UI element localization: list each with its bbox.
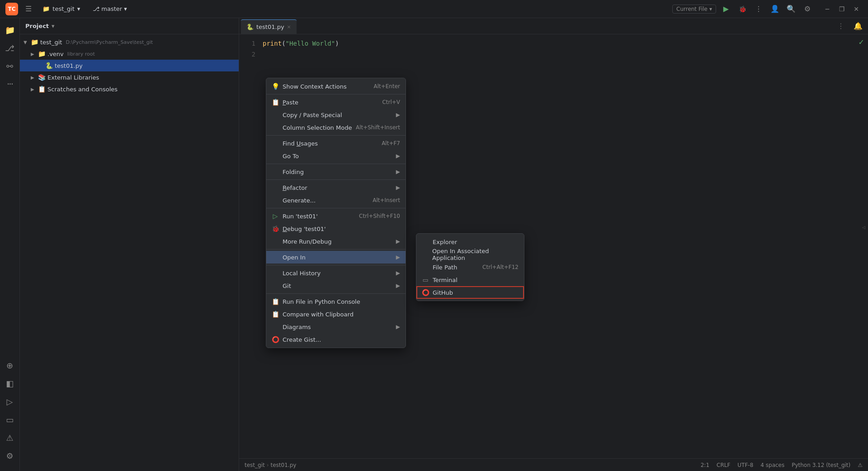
cm-generate[interactable]: Generate... Alt+Insert: [266, 194, 406, 207]
scroll-indicator: ◁: [862, 225, 865, 230]
separator-4: [266, 179, 406, 180]
cm-create-gist[interactable]: ⭕ Create Gist...: [266, 333, 406, 346]
folder-icon: 📁: [31, 38, 38, 46]
breadcrumb-file[interactable]: test01.py: [271, 462, 297, 468]
sidebar-item-layers[interactable]: ◧: [2, 375, 18, 391]
project-selector[interactable]: 📁 test_git ▾: [39, 4, 84, 14]
sidebar-item-git[interactable]: ⎇: [2, 40, 18, 56]
cm-go-to[interactable]: Go To ▶: [266, 150, 406, 162]
tree-item-ext-libs[interactable]: ▶ 📚 External Libraries: [20, 71, 239, 83]
separator-8: [266, 293, 406, 294]
submenu-terminal[interactable]: ▭ Terminal: [416, 273, 524, 286]
sidebar-icons: 📁 ⎇ ⚯ ··· ⊕ ◧ ▷ ▭ ⚠ ⚙: [0, 18, 20, 471]
sidebar-item-run[interactable]: ▷: [2, 393, 18, 410]
cm-paste[interactable]: 📋 Paste Ctrl+V: [266, 96, 406, 108]
settings-button[interactable]: ⚙: [801, 3, 814, 15]
project-tree: ▼ 📁 test_git D:\Pycharm\Pycharm_Save\tes…: [20, 34, 239, 471]
python-interpreter[interactable]: Python 3.12 (test_git): [792, 462, 850, 468]
submenu-open-associated[interactable]: Open In Associated Application: [416, 248, 524, 261]
open-in-submenu: Explorer Open In Associated Application …: [416, 233, 524, 301]
sidebar-item-plugins[interactable]: ⊕: [2, 357, 18, 373]
collaborate-button[interactable]: 👤: [769, 3, 781, 15]
hamburger-menu[interactable]: ☰: [24, 3, 33, 15]
line-numbers: 1 2: [239, 34, 261, 458]
notification-bell[interactable]: 🔔: [850, 18, 866, 34]
cm-folding[interactable]: Folding ▶: [266, 165, 406, 178]
cm-local-history[interactable]: Local History ▶: [266, 267, 406, 279]
debug-button[interactable]: 🐞: [736, 3, 749, 15]
warnings-indicator[interactable]: ⚠: [858, 462, 863, 468]
debug-icon: 🐞: [272, 225, 279, 232]
tab-more-button[interactable]: ⋮: [834, 18, 848, 34]
cm-diagrams[interactable]: Diagrams ▶: [266, 320, 406, 333]
code-line-1: print("Hello World"): [261, 38, 868, 49]
project-title: Project: [25, 23, 49, 29]
sidebar-item-settings[interactable]: ⚙: [2, 447, 18, 464]
cm-compare-clipboard[interactable]: 📋 Compare with Clipboard: [266, 308, 406, 320]
project-header[interactable]: Project ▾: [20, 18, 239, 34]
encoding[interactable]: UTF-8: [737, 462, 753, 468]
title-bar: TC ☰ 📁 test_git ▾ ⎇ master ▾ Current Fil…: [0, 0, 868, 18]
tree-item-venv[interactable]: ▶ 📁 .venv library root: [20, 48, 239, 60]
separator-1: [266, 94, 406, 94]
cm-show-context[interactable]: 💡 Show Context Actions Alt+Enter: [266, 80, 406, 93]
maximize-button[interactable]: ❐: [835, 3, 848, 15]
line-ending[interactable]: CRLF: [717, 462, 730, 468]
cm-debug-test01[interactable]: 🐞 Debug 'test01': [266, 222, 406, 235]
cm-run-test01[interactable]: ▷ Run 'test01' Ctrl+Shift+F10: [266, 210, 406, 222]
tree-item-test01[interactable]: 🐍 test01.py: [20, 60, 239, 71]
run-icon: ▷: [272, 212, 279, 220]
indent-settings[interactable]: 4 spaces: [760, 462, 784, 468]
lightbulb-icon: 💡: [272, 83, 279, 90]
sidebar-item-terminal[interactable]: ▭: [2, 411, 18, 428]
python-console-icon: 📋: [272, 298, 279, 305]
window-controls: ─ ❐ ✕: [821, 3, 863, 15]
submenu-explorer[interactable]: Explorer: [416, 236, 524, 248]
separator-6: [266, 249, 406, 250]
library-icon: 📚: [38, 74, 46, 81]
github-icon: ⭕: [422, 289, 429, 296]
cm-run-file-python[interactable]: 📋 Run File in Python Console: [266, 295, 406, 308]
submenu-file-path[interactable]: File Path Ctrl+Alt+F12: [416, 261, 524, 273]
close-button[interactable]: ✕: [850, 3, 863, 15]
python-file-icon: 🐍: [45, 62, 53, 69]
minimize-button[interactable]: ─: [821, 3, 834, 15]
breadcrumb-root[interactable]: test_git: [245, 462, 265, 468]
tab-label: test01.py: [256, 24, 284, 30]
sidebar-item-problems[interactable]: ⚠: [2, 429, 18, 446]
tree-item-root[interactable]: ▼ 📁 test_git D:\Pycharm\Pycharm_Save\tes…: [20, 36, 239, 48]
search-button[interactable]: 🔍: [785, 3, 797, 15]
cm-column-selection[interactable]: Column Selection Mode Alt+Shift+Insert: [266, 121, 406, 134]
sidebar-item-structure[interactable]: ⚯: [2, 58, 18, 74]
cm-more-run-debug[interactable]: More Run/Debug ▶: [266, 235, 406, 248]
breadcrumb: test_git › test01.py: [245, 462, 296, 468]
project-panel: Project ▾ ▼ 📁 test_git D:\Pycharm\Pychar…: [20, 18, 239, 471]
more-actions-button[interactable]: ⋮: [752, 3, 765, 15]
cm-refactor[interactable]: Refactor ▶: [266, 181, 406, 194]
sidebar-item-more[interactable]: ···: [2, 76, 18, 92]
run-button[interactable]: ▶: [720, 3, 732, 15]
tab-test01[interactable]: 🐍 test01.py ×: [241, 19, 297, 34]
cm-open-in[interactable]: Open In ▶: [266, 251, 406, 264]
cm-find-usages[interactable]: Find Usages Alt+F7: [266, 137, 406, 150]
separator-2: [266, 135, 406, 136]
context-menu: 💡 Show Context Actions Alt+Enter 📋 Paste…: [266, 78, 406, 348]
compare-icon: 📋: [272, 311, 279, 318]
submenu-github[interactable]: ⭕ GitHub: [416, 286, 524, 299]
project-icon: 📁: [42, 5, 50, 12]
tab-bar: 🐍 test01.py × ⋮ 🔔: [239, 18, 868, 34]
sidebar-item-project[interactable]: 📁: [2, 22, 18, 38]
cursor-position[interactable]: 2:1: [701, 462, 709, 468]
branch-selector[interactable]: ⎇ master ▾: [89, 4, 130, 14]
code-line-2: [261, 49, 868, 60]
tab-close-button[interactable]: ×: [287, 24, 291, 30]
scratches-icon: 📋: [38, 85, 46, 93]
tab-python-icon: 🐍: [246, 24, 254, 30]
cm-copy-paste-special[interactable]: Copy / Paste Special ▶: [266, 108, 406, 121]
tree-item-scratches[interactable]: ▶ 📋 Scratches and Consoles: [20, 83, 239, 95]
folder-icon-venv: 📁: [38, 50, 46, 57]
current-file-selector[interactable]: Current File ▾: [672, 5, 716, 14]
warning-icon: ⚠: [858, 462, 863, 468]
status-bar: test_git › test01.py 2:1 CRLF UTF-8 4 sp…: [239, 458, 868, 471]
cm-git[interactable]: Git ▶: [266, 279, 406, 292]
